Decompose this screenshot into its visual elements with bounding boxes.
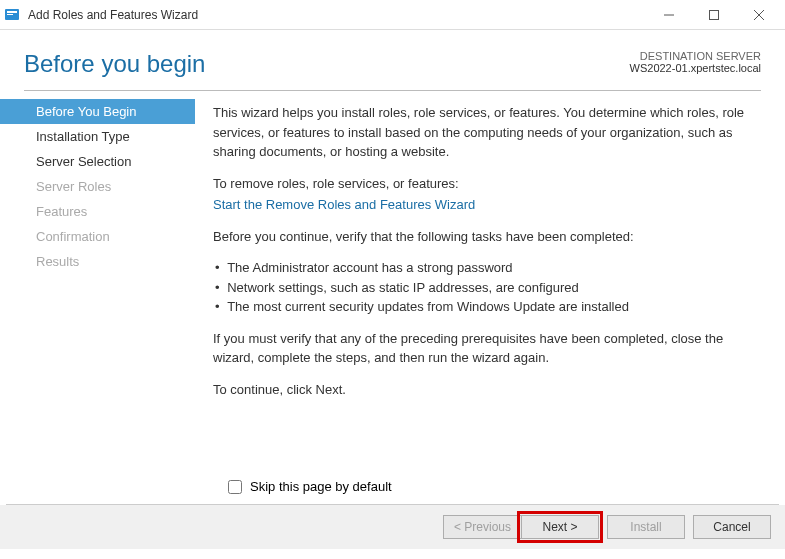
list-item: The Administrator account has a strong p… [215, 258, 757, 278]
next-button[interactable]: Next > [521, 515, 599, 539]
svg-rect-1 [7, 11, 17, 13]
minimize-button[interactable] [646, 1, 691, 29]
sidebar-item-server-roles: Server Roles [0, 174, 195, 199]
sidebar-item-results: Results [0, 249, 195, 274]
destination-label: DESTINATION SERVER [630, 50, 761, 62]
svg-rect-4 [709, 10, 718, 19]
install-button: Install [607, 515, 685, 539]
prerequisite-list: The Administrator account has a strong p… [215, 258, 757, 317]
sidebar-item-features: Features [0, 199, 195, 224]
verify-intro: Before you continue, verify that the fol… [213, 227, 757, 247]
titlebar: Add Roles and Features Wizard [0, 0, 785, 30]
footer: < Previous Next > Install Cancel [0, 505, 785, 549]
maximize-button[interactable] [691, 1, 736, 29]
continue-note: To continue, click Next. [213, 380, 757, 400]
svg-rect-2 [7, 14, 13, 15]
skip-label: Skip this page by default [250, 479, 392, 494]
list-item: Network settings, such as static IP addr… [215, 278, 757, 298]
close-button[interactable] [736, 1, 781, 29]
destination-block: DESTINATION SERVER WS2022-01.xpertstec.l… [630, 50, 761, 74]
window-controls [646, 1, 781, 29]
sidebar: Before You Begin Installation Type Serve… [0, 91, 195, 479]
skip-row: Skip this page by default [0, 479, 785, 504]
wizard-icon [4, 7, 20, 23]
previous-button: < Previous [443, 515, 521, 539]
body: Before You Begin Installation Type Serve… [0, 91, 785, 479]
main-content: This wizard helps you install roles, rol… [195, 91, 785, 479]
sidebar-item-before-you-begin[interactable]: Before You Begin [0, 99, 195, 124]
sidebar-item-confirmation: Confirmation [0, 224, 195, 249]
header: Before you begin DESTINATION SERVER WS20… [0, 30, 785, 90]
sidebar-item-installation-type[interactable]: Installation Type [0, 124, 195, 149]
page-title: Before you begin [24, 50, 205, 78]
window-title: Add Roles and Features Wizard [28, 8, 646, 22]
nav-button-pair: < Previous Next > [443, 515, 599, 539]
remove-label: To remove roles, role services, or featu… [213, 174, 757, 194]
destination-server: WS2022-01.xpertstec.local [630, 62, 761, 74]
list-item: The most current security updates from W… [215, 297, 757, 317]
cancel-button[interactable]: Cancel [693, 515, 771, 539]
remove-roles-link[interactable]: Start the Remove Roles and Features Wiza… [213, 195, 757, 215]
intro-text: This wizard helps you install roles, rol… [213, 103, 757, 162]
sidebar-item-server-selection[interactable]: Server Selection [0, 149, 195, 174]
verify-note: If you must verify that any of the prece… [213, 329, 757, 368]
skip-checkbox[interactable] [228, 480, 242, 494]
